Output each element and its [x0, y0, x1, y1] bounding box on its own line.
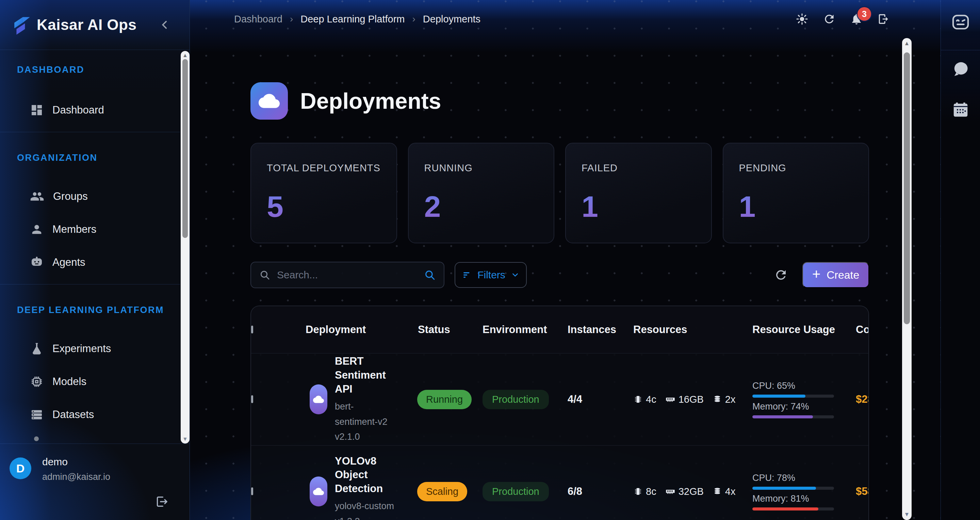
main: Dashboard › Deep Learning Platform › Dep…	[190, 0, 940, 520]
theme-toggle-sun-icon[interactable]	[795, 13, 808, 25]
sidebar-item-label: Datasets	[52, 409, 94, 421]
scroll-up-arrow-icon[interactable]: ▲	[902, 40, 912, 48]
deployments-table: Deployment Status Environment Instances …	[250, 306, 869, 520]
robot-icon	[30, 255, 43, 269]
sidebar-collapse-button[interactable]	[159, 19, 170, 30]
notifications-bell-icon[interactable]: 3	[850, 13, 863, 25]
avatar[interactable]: D	[10, 457, 31, 479]
stat-label: PENDING	[739, 162, 869, 174]
gpu-value: 4x	[725, 486, 736, 497]
breadcrumb: Dashboard › Deep Learning Platform › Dep…	[234, 14, 480, 25]
table-refresh-icon[interactable]	[774, 268, 788, 282]
status-badge: Running	[417, 390, 472, 409]
cost-value: $58	[851, 485, 869, 498]
scroll-up-arrow-icon[interactable]: ▲	[181, 52, 189, 59]
notification-count-badge: 3	[858, 7, 871, 21]
filters-label: Filters	[477, 269, 505, 281]
cpu-usage-label: CPU: 78%	[752, 473, 851, 483]
content: Deployments TOTAL DEPLOYMENTS 5 RUNNING …	[250, 38, 869, 520]
stat-label: TOTAL DEPLOYMENTS	[267, 162, 396, 174]
select-all-checkbox[interactable]	[251, 326, 253, 333]
logo-kaisar-icon	[12, 15, 32, 35]
search-submit-icon[interactable]	[424, 269, 436, 281]
stat-value: 2	[424, 189, 554, 224]
cost-value: $28	[851, 393, 869, 406]
sign-out-icon[interactable]	[877, 13, 890, 25]
topbar: Dashboard › Deep Learning Platform › Dep…	[190, 0, 940, 38]
assistant-robot-face-icon[interactable]	[941, 11, 980, 33]
flask-icon	[30, 342, 43, 355]
breadcrumb-item-dashboard[interactable]: Dashboard	[234, 14, 282, 25]
cpu-usage-bar	[752, 395, 834, 398]
chip-icon	[30, 375, 43, 388]
column-resources: Resources	[628, 323, 748, 336]
sidebar-item-label: Experiments	[52, 342, 111, 355]
breadcrumb-item-deep-learning-platform[interactable]: Deep Learning Platform	[301, 14, 404, 25]
memory-value: 32GB	[679, 486, 704, 497]
memory-usage-bar	[752, 507, 834, 510]
sidebar-item-label: Dashboard	[52, 104, 104, 116]
stat-label: FAILED	[582, 162, 711, 174]
scroll-down-arrow-icon[interactable]: ▼	[902, 510, 912, 518]
deployment-subtitle: bert-sentiment-v2 v2.1.0	[335, 399, 396, 445]
calendar-icon[interactable]	[941, 101, 980, 119]
environment-badge: Production	[482, 390, 549, 409]
sidebar-section-dashboard: DASHBOARD	[17, 65, 180, 75]
memory-usage-label: Memory: 81%	[752, 493, 851, 504]
sidebar-item-agents[interactable]: Agents	[0, 246, 180, 279]
cpu-usage-bar	[752, 487, 834, 490]
memory-value: 16GB	[679, 394, 704, 405]
stat-value: 5	[267, 189, 396, 224]
sidebar-item-experiments[interactable]: Experiments	[0, 332, 180, 365]
row-checkbox[interactable]	[251, 487, 253, 495]
instances-value: 6/8	[563, 485, 628, 498]
breadcrumb-item-deployments[interactable]: Deployments	[423, 14, 480, 25]
deployment-subtitle: yolov8-custom v1.3.2	[335, 499, 396, 520]
row-checkbox[interactable]	[251, 395, 253, 403]
refresh-icon[interactable]	[823, 13, 836, 25]
breadcrumb-separator-icon: ›	[412, 14, 415, 24]
sidebar-divider	[0, 132, 180, 132]
cpu-value: 8c	[646, 486, 656, 497]
sidebar-user-panel: D demo admin@kaisar.io	[0, 444, 189, 520]
sidebar-scrollbar[interactable]: ▲ ▼	[181, 51, 189, 444]
table-row[interactable]: BERT Sentiment API bert-sentiment-v2 v2.…	[251, 353, 869, 445]
sidebar-section-deep-learning: DEEP LEARNING PLATFORM	[17, 305, 180, 315]
deployments-cloud-icon	[250, 82, 288, 120]
sidebar-scrollbar-thumb[interactable]	[182, 59, 188, 238]
main-scrollbar-thumb[interactable]	[904, 52, 910, 324]
memory-usage-label: Memory: 74%	[752, 401, 851, 412]
search-input[interactable]	[276, 269, 418, 281]
user-email: admin@kaisar.io	[42, 472, 110, 482]
page-header: Deployments	[250, 73, 869, 129]
create-button[interactable]: + Create	[802, 262, 869, 288]
sidebar-item-models[interactable]: Models	[0, 365, 180, 398]
stat-card-running: RUNNING 2	[408, 143, 555, 243]
toolbar: Filters + Create	[250, 262, 869, 289]
table-row[interactable]: YOLOv8 Object Detection yolov8-custom v1…	[251, 445, 869, 520]
stats-row: TOTAL DEPLOYMENTS 5 RUNNING 2 FAILED 1 P…	[250, 143, 869, 243]
sidebar-item-dashboard[interactable]: Dashboard	[0, 94, 180, 127]
column-environment: Environment	[478, 323, 563, 336]
deployment-name: BERT Sentiment API	[335, 355, 386, 395]
logout-icon[interactable]	[155, 495, 169, 509]
sidebar-item-label: Groups	[53, 190, 88, 203]
chat-bubble-icon[interactable]	[941, 60, 980, 79]
status-badge: Scaling	[417, 482, 467, 501]
column-cost: Co	[851, 323, 869, 336]
search-box	[250, 262, 444, 288]
stat-card-total-deployments: TOTAL DEPLOYMENTS 5	[250, 143, 397, 243]
scroll-down-arrow-icon[interactable]: ▼	[181, 435, 189, 443]
sidebar-item-datasets[interactable]: Datasets	[0, 398, 180, 431]
breadcrumb-separator-icon: ›	[290, 14, 293, 24]
dock-divider	[941, 50, 980, 50]
sidebar-item-groups[interactable]: Groups	[0, 180, 180, 213]
search-icon	[259, 270, 270, 281]
filters-button[interactable]: Filters	[455, 262, 527, 288]
sidebar-nav: DASHBOARD Dashboard ORGANIZATION Groups	[0, 50, 180, 444]
gpu-stack-icon	[713, 487, 722, 496]
cpu-chip-icon	[633, 487, 643, 496]
ram-icon	[665, 394, 675, 404]
sidebar-item-members[interactable]: Members	[0, 213, 180, 246]
main-scrollbar[interactable]: ▲ ▼	[902, 38, 912, 520]
